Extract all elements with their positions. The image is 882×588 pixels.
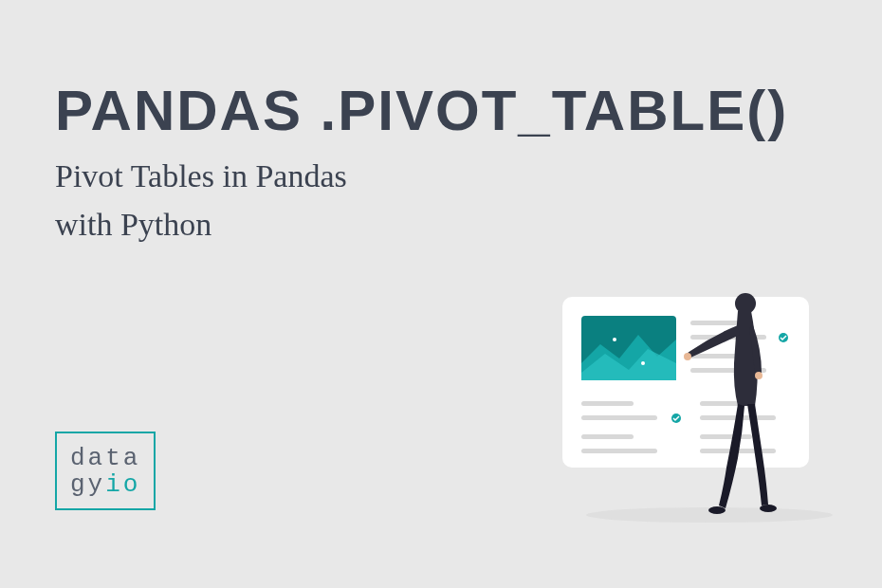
chart-dot-1-icon [613,338,616,341]
list-line-icon [581,401,634,406]
list-line-icon [581,449,657,453]
list-line-icon [700,434,752,439]
logo-line-1: data [70,444,140,472]
datagy-logo: data gyio [55,432,156,510]
page-title: Pandas .pivot_table() [55,81,827,140]
subtitle-line-2: with Python [55,207,211,242]
logo-line-2-prefix: gy [70,470,105,499]
chart-dot-2-icon [641,361,645,365]
svg-point-0 [735,293,756,314]
list-line-icon [581,415,657,420]
svg-point-4 [760,505,777,512]
svg-point-1 [684,353,691,360]
page-subtitle: Pivot Tables in Pandas with Python [55,152,827,248]
logo-line-2-suffix: io [105,470,140,499]
svg-point-3 [708,506,726,514]
dashboard-illustration [548,283,852,529]
list-line-icon [690,321,743,325]
svg-point-2 [755,372,763,379]
subtitle-line-1: Pivot Tables in Pandas [55,158,347,193]
list-line-icon [581,434,634,439]
